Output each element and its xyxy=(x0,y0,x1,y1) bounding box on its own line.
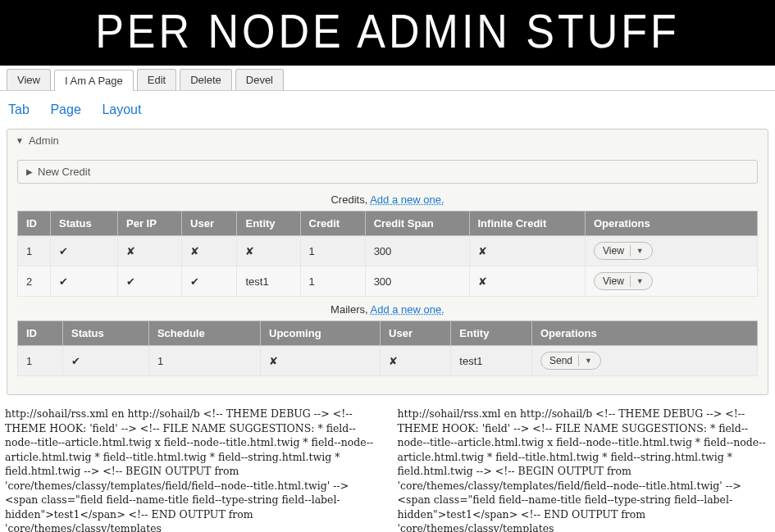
credits-add-link[interactable]: Add a new one. xyxy=(370,193,444,206)
view-button[interactable]: View ▼ xyxy=(594,242,653,260)
sub-tabs: Tab Page Layout xyxy=(0,91,775,129)
send-button[interactable]: Send ▼ xyxy=(540,352,601,370)
page-header: PER NODE ADMIN STUFF xyxy=(0,0,775,66)
cell-user: ✔ xyxy=(182,266,237,297)
th-id: ID xyxy=(18,321,63,346)
cell-user: ✘ xyxy=(182,236,237,266)
chevron-down-icon: ▼ xyxy=(16,136,24,145)
divider xyxy=(630,245,631,257)
mailers-caption: Mailers, Add a new one. xyxy=(17,303,758,316)
cell-span: 300 xyxy=(365,236,469,266)
caret-down-icon: ▼ xyxy=(585,357,592,365)
op-label: View xyxy=(603,275,624,287)
mailers-add-link[interactable]: Add a new one. xyxy=(371,303,444,316)
cell-entity: test1 xyxy=(451,346,532,376)
table-row: 2 ✔ ✔ ✔ test1 1 300 ✘ View ▼ xyxy=(18,266,758,297)
new-credit-label: New Credit xyxy=(38,166,90,178)
subtab-layout[interactable]: Layout xyxy=(102,102,141,116)
cell-status: ✔ xyxy=(63,346,149,376)
th-infinite: Infinite Credit xyxy=(469,211,586,236)
cell-user: ✘ xyxy=(381,346,451,376)
th-id: ID xyxy=(18,211,51,236)
op-label: Send xyxy=(549,355,572,366)
page-title: PER NODE ADMIN STUFF xyxy=(0,4,775,58)
cell-entity: test1 xyxy=(237,266,300,297)
cell-ops: Send ▼ xyxy=(532,346,758,376)
caret-down-icon: ▼ xyxy=(636,247,644,255)
cell-status: ✔ xyxy=(51,236,118,266)
admin-panel-toggle[interactable]: ▼ Admin xyxy=(7,130,768,152)
cell-ops: View ▼ xyxy=(586,266,758,297)
th-user: User xyxy=(182,211,237,236)
th-upcoming: Upcoming xyxy=(261,321,381,346)
cell-infinite: ✘ xyxy=(469,236,586,266)
new-credit-toggle[interactable]: ▶ New Credit xyxy=(18,161,757,183)
cell-infinite: ✘ xyxy=(469,266,586,297)
th-user: User xyxy=(381,321,451,346)
primary-tabs: View I Am A Page Edit Delete Devel xyxy=(0,66,775,91)
table-row: 1 ✔ 1 ✘ ✘ test1 Send ▼ xyxy=(18,346,758,376)
new-credit-panel: ▶ New Credit xyxy=(17,160,758,184)
th-ops: Operations xyxy=(586,211,758,236)
op-label: View xyxy=(603,245,624,257)
credits-table: ID Status Per IP User Entity Credit Cred… xyxy=(17,211,758,297)
th-ops: Operations xyxy=(532,321,758,346)
subtab-page[interactable]: Page xyxy=(50,102,80,116)
cell-entity: ✘ xyxy=(237,236,300,266)
th-status: Status xyxy=(63,321,149,346)
cell-status: ✔ xyxy=(51,266,118,297)
cell-perip: ✘ xyxy=(117,236,181,266)
cell-id: 1 xyxy=(18,236,51,266)
cell-perip: ✔ xyxy=(117,266,181,297)
divider xyxy=(578,355,579,366)
debug-output: http://sohail/rss.xml en http://sohail/b… xyxy=(0,403,775,532)
tab-i-am-a-page[interactable]: I Am A Page xyxy=(54,70,134,91)
mailers-caption-text: Mailers, xyxy=(331,303,370,316)
admin-panel: ▼ Admin ▶ New Credit Credits, Add a new … xyxy=(7,129,768,395)
tab-edit[interactable]: Edit xyxy=(137,69,176,90)
cell-credit: 1 xyxy=(300,236,365,266)
th-span: Credit Span xyxy=(365,211,469,236)
admin-panel-title: Admin xyxy=(29,134,59,147)
mailers-table: ID Status Schedule Upcoming User Entity … xyxy=(17,321,758,376)
cell-id: 2 xyxy=(18,266,51,297)
view-button[interactable]: View ▼ xyxy=(594,272,653,290)
debug-col-left: http://sohail/rss.xml en http://sohail/b… xyxy=(5,407,378,532)
th-status: Status xyxy=(51,211,118,236)
caret-down-icon: ▼ xyxy=(636,277,644,285)
cell-id: 1 xyxy=(18,346,63,376)
th-credit: Credit xyxy=(300,211,365,236)
cell-span: 300 xyxy=(365,266,469,297)
th-schedule: Schedule xyxy=(148,321,260,346)
chevron-right-icon: ▶ xyxy=(26,167,33,176)
debug-col-right: http://sohail/rss.xml en http://sohail/b… xyxy=(398,407,771,532)
credits-caption: Credits, Add a new one. xyxy=(17,193,758,206)
table-row: 1 ✔ ✘ ✘ ✘ 1 300 ✘ View ▼ xyxy=(18,236,758,266)
tab-delete[interactable]: Delete xyxy=(180,69,232,90)
cell-credit: 1 xyxy=(300,266,365,297)
subtab-tab[interactable]: Tab xyxy=(8,102,30,116)
th-entity: Entity xyxy=(451,321,532,346)
tab-view[interactable]: View xyxy=(7,69,51,90)
th-entity: Entity xyxy=(237,211,300,236)
th-perip: Per IP xyxy=(117,211,181,236)
cell-ops: View ▼ xyxy=(586,236,758,266)
tab-devel[interactable]: Devel xyxy=(235,69,284,90)
cell-schedule: 1 xyxy=(148,346,260,376)
cell-upcoming: ✘ xyxy=(261,346,381,376)
divider xyxy=(630,275,631,287)
credits-caption-text: Credits, xyxy=(331,193,370,206)
